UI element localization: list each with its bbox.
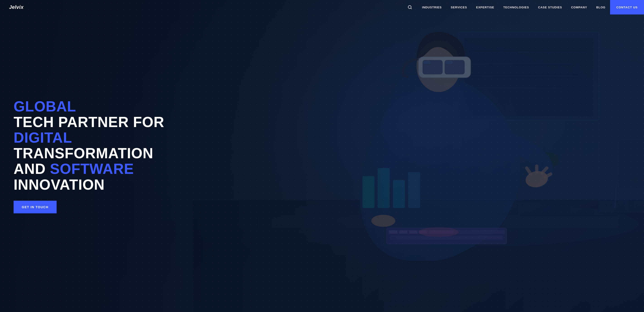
- get-in-touch-button[interactable]: GET IN TOUCH: [14, 200, 56, 213]
- nav-item-blog[interactable]: BLOG: [592, 0, 610, 14]
- hero-title-line3: DIGITAL TRANSFORMATION: [14, 130, 172, 161]
- nav-item-company[interactable]: COMPANY: [566, 0, 592, 14]
- hero-content: GLOBAL TECH PARTNER FOR DIGITAL TRANSFOR…: [14, 99, 172, 213]
- nav-item-industries[interactable]: INDUSTRIES: [418, 0, 446, 14]
- nav-contact-button[interactable]: CONTACT US: [610, 0, 644, 14]
- hero-title-line4: AND SOFTWARE INNOVATION: [14, 161, 172, 192]
- hero-title-line1: GLOBAL: [14, 99, 172, 114]
- logo[interactable]: Jelvix: [9, 4, 24, 10]
- hero-title-line2: TECH PARTNER FOR: [14, 114, 172, 130]
- navbar-nav: INDUSTRIES SERVICES EXPERTISE TECHNOLOGI…: [408, 0, 644, 14]
- search-icon[interactable]: [408, 5, 412, 9]
- nav-item-expertise[interactable]: EXPERTISE: [472, 0, 498, 14]
- navbar: Jelvix INDUSTRIES SERVICES EXPERTISE TEC…: [0, 0, 644, 14]
- hero-title: GLOBAL TECH PARTNER FOR DIGITAL TRANSFOR…: [14, 99, 172, 193]
- nav-item-case-studies[interactable]: CASE STUDIES: [534, 0, 566, 14]
- nav-item-technologies[interactable]: TECHNOLOGIES: [499, 0, 534, 14]
- svg-line-44: [411, 8, 412, 9]
- nav-item-services[interactable]: SERVICES: [446, 0, 472, 14]
- hero-section: Jelvix INDUSTRIES SERVICES EXPERTISE TEC…: [0, 0, 644, 312]
